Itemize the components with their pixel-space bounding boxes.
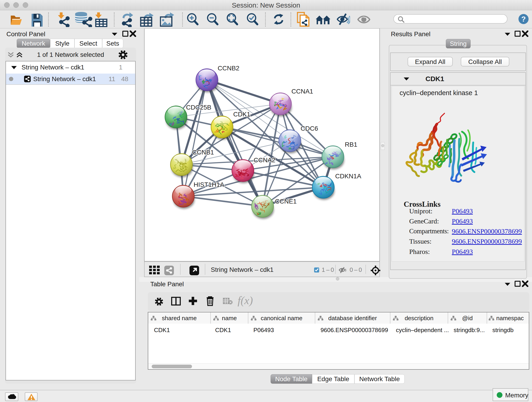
- svg-text:CCNA1: CCNA1: [291, 88, 313, 95]
- svg-text:CCNB2: CCNB2: [218, 65, 239, 72]
- svg-text:CCNB1: CCNB1: [192, 149, 214, 156]
- svg-text:CCNA2: CCNA2: [254, 157, 275, 164]
- svg-text:CDK1: CDK1: [233, 111, 250, 118]
- svg-text:CDC25B: CDC25B: [186, 104, 211, 111]
- svg-text:HIST1H1A: HIST1H1A: [194, 181, 224, 188]
- svg-text:CCNE1: CCNE1: [275, 198, 297, 205]
- svg-text:CDKN1A: CDKN1A: [335, 172, 361, 180]
- svg-text:CDC6: CDC6: [301, 125, 318, 132]
- svg-text:RB1: RB1: [345, 141, 357, 148]
